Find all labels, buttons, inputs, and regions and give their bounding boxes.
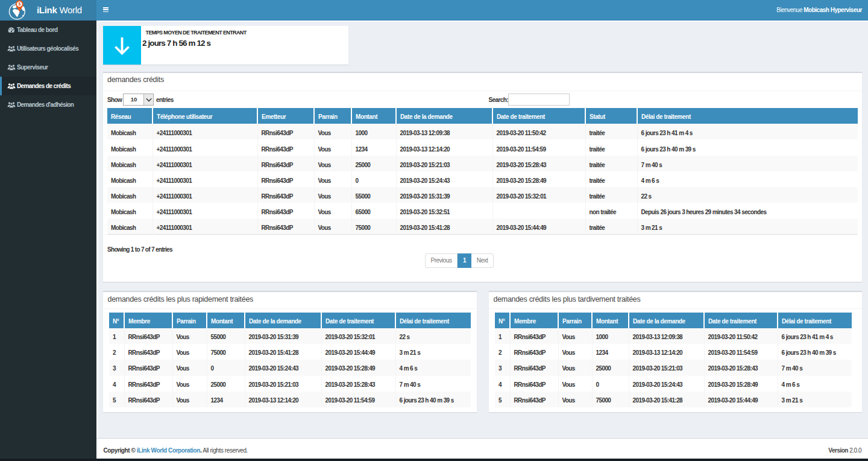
svg-text:$: $ bbox=[19, 2, 21, 7]
